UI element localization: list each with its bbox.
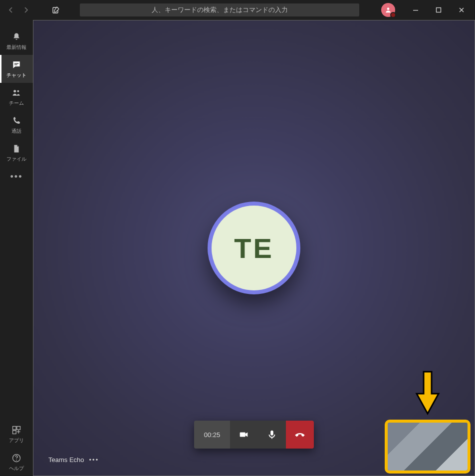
window-minimize-button[interactable] [404,2,427,17]
svg-rect-9 [17,426,20,430]
bell-icon [11,31,22,42]
sidebar-item-calls[interactable]: 通話 [0,111,33,139]
svg-rect-4 [14,63,18,63]
svg-point-1 [387,7,390,10]
sidebar-item-apps[interactable]: アプリ [0,420,33,448]
svg-rect-2 [413,10,418,10]
presence-indicator [390,12,396,18]
sidebar-item-label: アプリ [9,437,24,444]
chevron-right-icon [23,7,29,13]
svg-rect-3 [437,8,441,12]
sidebar-item-label: チャット [6,72,26,79]
sidebar-item-label: ヘルプ [9,465,24,472]
file-icon [11,143,22,154]
camera-icon [238,429,249,440]
sidebar-item-label: 最新情報 [6,44,26,51]
svg-rect-5 [14,64,17,65]
svg-rect-13 [240,432,245,437]
sidebar-item-label: チーム [9,100,24,107]
contact-avatar: TE [208,202,300,294]
sidebar-item-teams[interactable]: チーム [0,83,33,111]
arrow-down-icon [414,371,442,416]
chat-icon [11,59,22,70]
call-stage: TE 00:25 Teams Echo ••• [33,20,475,476]
self-video-preview[interactable] [385,420,471,474]
contact-name: Teams Echo [48,456,84,464]
search-placeholder: 人、キーワードの検索、またはコマンドの入力 [152,5,288,14]
sidebar-item-chat[interactable]: チャット [0,55,33,83]
svg-point-12 [16,460,17,461]
call-duration: 00:25 [194,421,230,449]
svg-point-7 [17,90,19,92]
contact-initials: TE [234,232,274,264]
compose-icon [52,6,60,14]
sidebar-item-help[interactable]: ヘルプ [0,448,33,476]
search-input[interactable]: 人、キーワードの検索、またはコマンドの入力 [80,3,359,16]
nav-forward-button[interactable] [19,3,33,17]
sidebar-item-activity[interactable]: 最新情報 [0,27,33,55]
svg-point-6 [13,90,16,92]
maximize-icon [436,7,442,13]
call-icon [11,115,22,126]
self-video-thumbnail [388,423,468,471]
sidebar: 最新情報 チャット チーム 通話 [0,20,33,476]
camera-toggle-button[interactable] [230,421,258,449]
help-icon [11,453,22,464]
sidebar-item-label: 通話 [11,128,21,135]
compose-button[interactable] [49,3,63,17]
mic-toggle-button[interactable] [258,421,286,449]
svg-rect-8 [13,426,16,430]
sidebar-item-label: ファイル [6,156,26,163]
apps-icon [11,425,22,436]
teams-icon [11,87,22,98]
titlebar: 人、キーワードの検索、またはコマンドの入力 [0,0,475,20]
sidebar-item-files[interactable]: ファイル [0,139,33,167]
call-controls: 00:25 [194,421,314,449]
user-avatar[interactable] [381,3,395,17]
svg-rect-10 [13,430,16,434]
contact-more-button[interactable]: ••• [89,456,99,464]
hangup-button[interactable] [286,421,314,449]
window-close-button[interactable] [450,2,473,17]
hangup-icon [293,428,306,441]
chevron-left-icon [8,7,14,13]
call-contact-label: Teams Echo ••• [48,456,99,464]
svg-rect-14 [270,431,273,436]
window-maximize-button[interactable] [427,2,450,17]
sidebar-more-button[interactable]: ••• [10,167,23,187]
minimize-icon [413,7,419,13]
annotation-arrow [414,371,442,416]
close-icon [459,7,465,13]
microphone-icon [266,429,277,440]
nav-back-button[interactable] [4,3,18,17]
